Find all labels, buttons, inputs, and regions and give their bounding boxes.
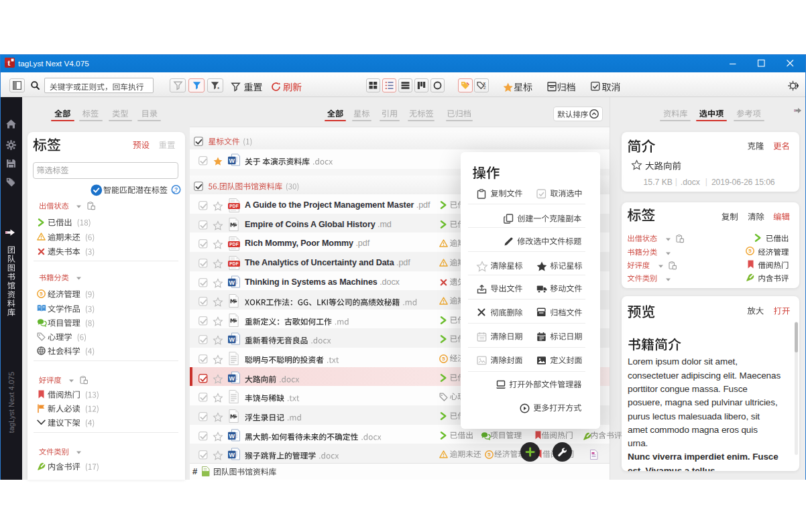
svg-text:W: W <box>229 157 235 164</box>
svg-text:5: 5 <box>40 291 43 297</box>
svg-text:W: W <box>229 336 235 343</box>
svg-text:W: W <box>229 452 235 458</box>
svg-text:W: W <box>229 433 235 440</box>
svg-text:PDF: PDF <box>229 241 239 246</box>
svg-text:2: 2 <box>483 85 486 90</box>
svg-text:5: 5 <box>487 452 491 458</box>
svg-text:?: ? <box>174 186 177 193</box>
svg-text:W: W <box>229 279 235 286</box>
svg-text:5: 5 <box>749 248 752 254</box>
svg-text:W: W <box>229 375 235 382</box>
svg-text:PDF: PDF <box>229 203 239 208</box>
svg-text:5: 5 <box>443 356 446 362</box>
svg-text:PDF: PDF <box>229 261 239 265</box>
svg-text:*: * <box>217 86 219 91</box>
